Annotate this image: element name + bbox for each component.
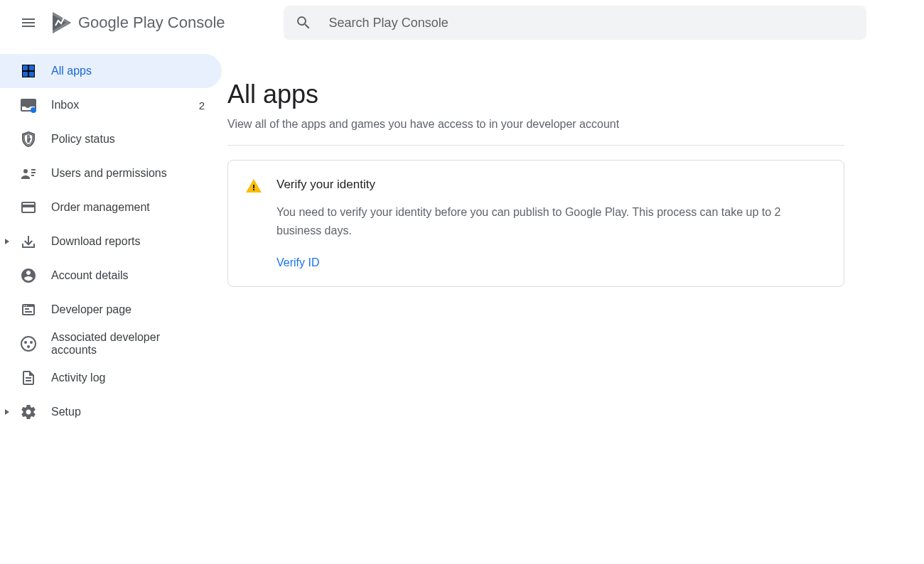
svg-point-11	[24, 341, 27, 344]
page-title: All apps	[227, 80, 844, 109]
sidebar-item-label: All apps	[51, 65, 205, 77]
page-subtitle: View all of the apps and games you have …	[227, 118, 844, 131]
gear-icon	[20, 403, 37, 421]
svg-rect-9	[25, 311, 32, 313]
sidebar-item-inbox[interactable]: Inbox 2	[0, 88, 222, 122]
logo-text-product: Console	[168, 13, 225, 32]
svg-point-6	[23, 169, 28, 173]
sidebar-item-label: Setup	[51, 406, 205, 418]
sidebar-item-label: Policy status	[51, 133, 205, 146]
sidebar-item-associated-accounts[interactable]: Associated developer accounts	[0, 327, 222, 361]
apps-icon	[20, 63, 37, 80]
verify-identity-alert: Verify your identity You need to verify …	[227, 160, 844, 287]
web-page-icon	[20, 301, 37, 318]
sidebar-item-account-details[interactable]: Account details	[0, 259, 222, 293]
account-icon	[20, 267, 37, 284]
svg-marker-14	[5, 409, 9, 415]
logo[interactable]: Google Play Console	[51, 11, 225, 35]
logo-text-brand: Google Play	[78, 13, 163, 32]
search-icon	[295, 14, 312, 31]
notification-dot	[31, 107, 36, 113]
hamburger-menu-button[interactable]	[11, 6, 45, 40]
alert-text: You need to verify your identity before …	[276, 203, 827, 239]
divider	[227, 145, 844, 146]
sidebar-item-order-management[interactable]: Order management	[0, 190, 222, 224]
inbox-count-badge: 2	[199, 99, 205, 112]
sidebar-item-users-permissions[interactable]: Users and permissions	[0, 156, 222, 190]
svg-point-10	[21, 337, 36, 351]
sidebar-item-activity-log[interactable]: Activity log	[0, 361, 222, 395]
sidebar-item-label: Order management	[51, 201, 205, 214]
expand-icon	[1, 236, 13, 247]
svg-rect-2	[23, 65, 28, 70]
sidebar-item-setup[interactable]: Setup	[0, 395, 222, 429]
sidebar-item-policy-status[interactable]: Policy status	[0, 122, 222, 156]
sidebar-item-label: Download reports	[51, 235, 205, 248]
expand-icon	[1, 406, 13, 418]
linked-accounts-icon	[20, 335, 37, 352]
download-icon	[20, 233, 37, 250]
search-input[interactable]	[329, 16, 855, 31]
sidebar-item-label: Associated developer accounts	[51, 331, 205, 357]
sidebar-item-label: Inbox	[51, 99, 199, 112]
svg-rect-4	[23, 72, 28, 77]
sidebar-item-all-apps[interactable]: All apps	[0, 54, 222, 88]
warning-icon	[245, 178, 262, 195]
svg-marker-7	[5, 239, 9, 244]
sidebar-item-download-reports[interactable]: Download reports	[0, 224, 222, 259]
inbox-icon	[20, 97, 37, 114]
svg-rect-5	[29, 72, 34, 77]
sidebar-item-label: Users and permissions	[51, 167, 205, 180]
document-icon	[20, 369, 37, 386]
svg-rect-8	[25, 308, 29, 310]
credit-card-icon	[20, 199, 37, 216]
sidebar-item-label: Activity log	[51, 372, 205, 384]
main-content: All apps View all of the apps and games …	[227, 45, 867, 429]
alert-title: Verify your identity	[276, 178, 827, 192]
sidebar: All apps Inbox 2 Policy status Users and…	[0, 45, 227, 429]
sidebar-item-label: Developer page	[51, 303, 205, 316]
users-icon	[20, 165, 37, 182]
sidebar-item-label: Account details	[51, 269, 205, 282]
verify-id-link[interactable]: Verify ID	[276, 256, 319, 269]
svg-rect-3	[29, 65, 34, 70]
sidebar-item-developer-page[interactable]: Developer page	[0, 293, 222, 327]
svg-point-12	[30, 341, 33, 344]
search-bar[interactable]	[284, 6, 866, 40]
svg-point-13	[27, 345, 30, 348]
hamburger-icon	[20, 14, 37, 31]
play-console-logo-icon	[51, 11, 72, 35]
shield-icon	[20, 131, 37, 148]
